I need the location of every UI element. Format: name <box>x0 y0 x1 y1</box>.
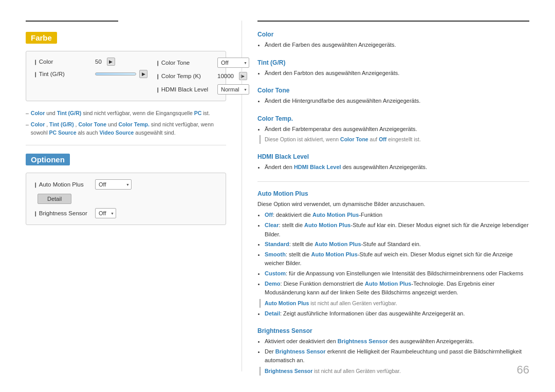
color-value-group: 50 ▶ <box>95 58 115 66</box>
right-color-temp-body: Ändert die Farbtemperatur des ausgewählt… <box>257 125 529 144</box>
right-hdmi-section: HDMI Black Level Ändert den HDMI Black L… <box>257 153 529 172</box>
footnote2-tint: Tint (G/R) <box>49 121 74 127</box>
color-tone-select-wrapper: Off Cool Normal Warm1 Warm2 <box>217 58 249 68</box>
footnote2-pc-source: PC Source <box>49 129 76 136</box>
right-brightness-title: Brightness Sensor <box>257 327 529 334</box>
optionen-control-box: Auto Motion Plus Off Clear Standard Smoo… <box>26 173 226 225</box>
color-tone-select[interactable]: Off Cool Normal Warm1 Warm2 <box>217 58 249 68</box>
farbe-title: Farbe <box>26 32 57 44</box>
right-color-temp-title: Color Temp. <box>257 115 529 122</box>
detail-row: Detail <box>33 194 218 204</box>
auto-motion-plus-select-wrapper: Off Clear Standard Smooth Custom Demo <box>95 179 132 190</box>
optionen-title: Optionen <box>26 154 70 165</box>
right-amp-body: Diese Option wird verwendet, um dynamisc… <box>257 200 529 318</box>
right-tint-section: Tint (G/R) Ändert den Farbton des ausgew… <box>257 59 529 78</box>
hdmi-black-level-label: HDMI Black Level <box>156 86 217 92</box>
tint-slider[interactable] <box>95 72 136 76</box>
right-section-separator <box>257 181 529 182</box>
farbe-footnote-2: – Color , Tint (G/R) , Color Tone und Co… <box>26 121 226 137</box>
tint-row: Tint (G/R) ▶ <box>33 70 147 78</box>
top-divider <box>26 21 118 22</box>
brightness-sensor-row: Brightness Sensor Off On <box>33 208 218 218</box>
brightness-sensor-select[interactable]: Off On <box>95 208 116 218</box>
optionen-section: Optionen Auto Motion Plus Off Clear Stan… <box>26 154 226 225</box>
right-color-tone-section: Color Tone Ändert die Hintergrundfarbe d… <box>257 87 529 106</box>
brightness-sensor-select-wrapper: Off On <box>95 208 116 218</box>
color-temp-note: Diese Option ist aktiviert, wenn Color T… <box>260 135 529 144</box>
footnote2-color-temp: Color Temp. <box>118 121 149 127</box>
right-color-body: Ändert die Farben des ausgewählten Anzei… <box>257 41 529 50</box>
color-arrow-btn[interactable]: ▶ <box>107 58 115 66</box>
page-number: 66 <box>517 363 529 377</box>
right-hdmi-title: HDMI Black Level <box>257 153 529 160</box>
color-label: Color <box>33 59 95 65</box>
right-top-rule <box>257 21 529 22</box>
footnote2-color: Color <box>31 121 45 127</box>
right-panel: Color Ändert die Farben des ausgewählten… <box>242 21 529 371</box>
right-color-section: Color Ändert die Farben des ausgewählten… <box>257 31 529 50</box>
right-amp-title: Auto Motion Plus <box>257 190 529 197</box>
hdmi-black-level-select[interactable]: Normal Low <box>217 84 249 95</box>
right-color-tone-title: Color Tone <box>257 87 529 94</box>
color-tone-label: Color Tone <box>156 60 217 66</box>
left-panel: Farbe Color 50 ▶ <box>26 21 242 371</box>
right-hdmi-body: Ändert den HDMI Black Level des ausgewäh… <box>257 163 529 172</box>
amp-note: Auto Motion Plus ist nicht auf allen Ger… <box>260 299 529 308</box>
auto-motion-plus-select[interactable]: Off Clear Standard Smooth Custom Demo <box>95 179 132 190</box>
right-color-title: Color <box>257 31 529 38</box>
color-temp-label: Color Temp (K) <box>156 73 217 79</box>
color-row: Color 50 ▶ <box>33 58 147 66</box>
brightness-sensor-label: Brightness Sensor <box>33 210 95 216</box>
footnote1-color: Color <box>31 110 45 116</box>
farbe-control-box: Color 50 ▶ Tint (G/R) ▶ <box>26 51 226 101</box>
right-color-tone-body: Ändert die Hintergrundfarbe des ausgewäh… <box>257 97 529 106</box>
color-temp-value: 10000 <box>217 73 234 79</box>
auto-motion-plus-label: Auto Motion Plus <box>33 181 95 188</box>
farbe-footnote-1: – Color und Tint (G/R) sind nicht verfüg… <box>26 109 226 118</box>
footnote1-tint: Tint (G/R) <box>57 110 82 116</box>
footnote2-video-source: Video Source <box>100 129 134 136</box>
color-value: 50 <box>95 59 102 65</box>
tint-label: Tint (G/R) <box>33 71 95 77</box>
farbe-right-controls: Color Tone Off Cool Normal Warm1 Warm2 <box>156 58 249 95</box>
detail-button[interactable]: Detail <box>38 194 71 204</box>
right-brightness-section: Brightness Sensor Aktiviert oder deaktiv… <box>257 327 529 376</box>
color-temp-row: Color Temp (K) 10000 ▶ <box>156 72 249 80</box>
right-tint-title: Tint (G/R) <box>257 59 529 66</box>
right-color-temp-section: Color Temp. Ändert die Farbtemperatur de… <box>257 115 529 144</box>
tint-arrow-btn[interactable]: ▶ <box>139 70 147 78</box>
hdmi-black-level-select-wrapper: Normal Low <box>217 84 249 95</box>
brightness-note: Brightness Sensor ist nicht auf allen Ge… <box>260 367 529 376</box>
color-tone-row: Color Tone Off Cool Normal Warm1 Warm2 <box>156 58 249 68</box>
right-amp-section: Auto Motion Plus Diese Option wird verwe… <box>257 190 529 318</box>
right-brightness-body: Aktiviert oder deaktiviert den Brightnes… <box>257 337 529 376</box>
footnote1-pc: PC <box>194 110 202 116</box>
footnote2-color-tone: Color Tone <box>78 121 106 127</box>
farbe-section: Farbe Color 50 ▶ <box>26 32 226 137</box>
right-tint-body: Ändert den Farbton des ausgewählten Anze… <box>257 69 529 78</box>
hdmi-black-level-row: HDMI Black Level Normal Low <box>156 84 249 95</box>
auto-motion-plus-row: Auto Motion Plus Off Clear Standard Smoo… <box>33 179 218 190</box>
section-separator <box>26 145 226 145</box>
farbe-left-controls: Color 50 ▶ Tint (G/R) ▶ <box>33 58 147 95</box>
